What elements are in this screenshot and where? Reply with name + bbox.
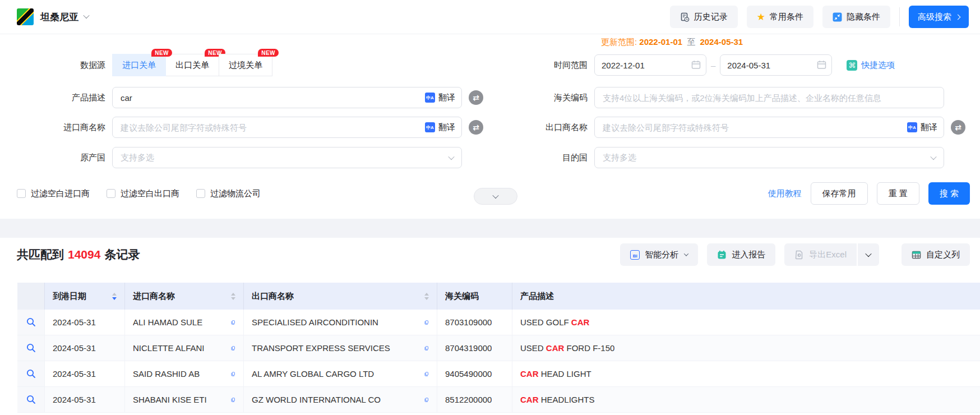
cell-importer: SHABANI KISE ETI bbox=[125, 387, 244, 412]
product-pre: USED GOLF bbox=[520, 317, 571, 327]
destination-country-select[interactable]: 支持多选 bbox=[594, 147, 944, 168]
translate-button[interactable]: 中A 翻译 bbox=[425, 117, 455, 138]
chevron-down-icon bbox=[865, 251, 871, 257]
cell-hs-code: 8703109000 bbox=[437, 310, 512, 335]
cell-importer: NICLETTE ALFANI bbox=[125, 335, 244, 361]
smart-analysis-button[interactable]: BI 智能分析 bbox=[620, 243, 698, 266]
copy-icon[interactable] bbox=[420, 318, 429, 327]
export-excel-button[interactable]: 导出Excel bbox=[784, 243, 857, 266]
copy-icon[interactable] bbox=[226, 370, 235, 379]
collapse-panel-button[interactable] bbox=[474, 188, 517, 205]
history-button[interactable]: 历史记录 bbox=[670, 6, 738, 28]
sort-desc-icon[interactable] bbox=[112, 297, 117, 300]
export-options-button[interactable] bbox=[858, 243, 879, 266]
origin-country-select[interactable]: 支持多选 bbox=[112, 147, 462, 168]
tutorial-link[interactable]: 使用教程 bbox=[768, 188, 802, 199]
search-button[interactable]: 搜 索 bbox=[928, 182, 970, 205]
export-excel-split-button: 导出Excel bbox=[784, 243, 879, 266]
copy-icon[interactable] bbox=[226, 344, 235, 353]
table-body: 2024-05-31ALI HAMAD SULESPECIALISED AIRC… bbox=[17, 310, 980, 413]
header-importer[interactable]: 进口商名称 bbox=[125, 283, 244, 310]
header-arrival-date[interactable]: 到港日期 bbox=[45, 283, 125, 310]
enter-report-button[interactable]: 进入报告 bbox=[707, 243, 775, 266]
swap-icon[interactable]: ⇄ bbox=[951, 120, 965, 135]
end-date-input[interactable] bbox=[720, 54, 832, 76]
translate-button[interactable]: 中A 翻译 bbox=[907, 117, 937, 138]
copy-icon[interactable] bbox=[420, 344, 429, 353]
chevron-down-icon bbox=[684, 251, 688, 256]
header-search-column bbox=[17, 283, 45, 310]
product-highlight: CAR bbox=[520, 369, 539, 379]
importer-label: 进口商名称 bbox=[0, 122, 112, 133]
row-search-button[interactable] bbox=[17, 361, 45, 386]
copy-icon[interactable] bbox=[420, 395, 429, 404]
translate-label: 翻译 bbox=[438, 122, 455, 133]
header-exporter[interactable]: 出口商名称 bbox=[244, 283, 437, 310]
copy-icon[interactable] bbox=[226, 395, 235, 404]
cell-product-desc: CAR HEAD LIGHT bbox=[512, 361, 980, 386]
start-date-input[interactable] bbox=[594, 54, 706, 76]
checkbox-filter-blank-importer[interactable]: 过滤空白进口商 bbox=[17, 188, 90, 199]
country-chevron-down-icon[interactable] bbox=[83, 12, 89, 19]
magnifier-icon bbox=[26, 394, 36, 405]
hide-conditions-button[interactable]: 隐藏条件 bbox=[822, 6, 890, 28]
cell-hs-code: 9405490000 bbox=[437, 361, 512, 386]
sort-asc-icon[interactable] bbox=[231, 293, 235, 296]
quick-options-button[interactable]: ⌘ 快捷选项 bbox=[847, 60, 895, 71]
sort-desc-icon[interactable] bbox=[231, 297, 235, 300]
exporter-input[interactable] bbox=[594, 117, 944, 138]
sort-icons[interactable] bbox=[419, 293, 429, 300]
sort-asc-icon[interactable] bbox=[424, 293, 429, 296]
calendar-icon bbox=[817, 60, 826, 70]
sort-asc-icon[interactable] bbox=[112, 293, 117, 296]
row-search-button[interactable] bbox=[17, 387, 45, 412]
copy-icon[interactable] bbox=[420, 370, 429, 379]
sort-desc-icon[interactable] bbox=[424, 297, 429, 300]
table-row: 2024-05-31NICLETTE ALFANITRANSPORT EXPRE… bbox=[17, 335, 980, 361]
divider bbox=[899, 7, 900, 26]
product-post: HEAD LIGHT bbox=[539, 369, 591, 379]
tab-export-declarations[interactable]: 出口关单 NEW bbox=[165, 54, 219, 76]
product-post: FORD F-150 bbox=[564, 343, 614, 353]
row-search-button[interactable] bbox=[17, 335, 45, 361]
tab-label: 过境关单 bbox=[229, 60, 262, 71]
report-icon bbox=[717, 250, 727, 260]
origin-placeholder: 支持多选 bbox=[121, 153, 154, 163]
advanced-search-button[interactable]: 高级搜索 bbox=[909, 6, 969, 28]
customize-columns-button[interactable]: 自定义列 bbox=[902, 243, 970, 266]
checkbox-icon[interactable] bbox=[17, 189, 26, 198]
product-post: HEADLIGHTS bbox=[539, 395, 595, 404]
importer-input[interactable] bbox=[112, 117, 462, 138]
advanced-search-label: 高级搜索 bbox=[918, 12, 951, 22]
destination-country-label: 目的国 bbox=[491, 153, 594, 163]
hs-code-label: 海关编码 bbox=[491, 93, 594, 103]
translate-button[interactable]: 中A 翻译 bbox=[425, 87, 455, 108]
cell-exporter: TRANSPORT EXPRESS SERVICES bbox=[244, 335, 437, 361]
favorite-button-label: 常用条件 bbox=[770, 12, 803, 22]
sort-icons[interactable] bbox=[107, 293, 117, 300]
checkbox-icon[interactable] bbox=[107, 189, 115, 198]
checkbox-icon[interactable] bbox=[196, 189, 205, 198]
row-search-button[interactable] bbox=[17, 310, 45, 335]
swap-icon[interactable]: ⇄ bbox=[469, 90, 483, 105]
checkbox-filter-blank-exporter[interactable]: 过滤空白出口商 bbox=[107, 188, 179, 199]
tab-transit-declarations[interactable]: 过境关单 NEW bbox=[219, 54, 272, 76]
save-favorite-button[interactable]: 保存常用 bbox=[811, 182, 868, 205]
favorite-conditions-button[interactable]: ★ 常用条件 bbox=[747, 6, 813, 28]
hs-code-input[interactable] bbox=[594, 87, 944, 108]
sort-icons[interactable] bbox=[225, 293, 235, 300]
copy-icon[interactable] bbox=[226, 318, 235, 327]
new-badge: NEW bbox=[151, 49, 172, 57]
origin-country-label: 原产国 bbox=[0, 153, 112, 163]
checkbox-filter-logistics[interactable]: 过滤物流公司 bbox=[196, 188, 261, 199]
update-range-word: 至 bbox=[687, 37, 695, 47]
swap-icon[interactable]: ⇄ bbox=[469, 120, 483, 135]
chevron-down-icon bbox=[492, 192, 498, 199]
tab-import-declarations[interactable]: 进口关单 NEW bbox=[112, 54, 166, 76]
reset-button[interactable]: 重 置 bbox=[877, 182, 919, 205]
save-favorite-label: 保存常用 bbox=[822, 188, 856, 199]
chevron-right-icon bbox=[955, 14, 961, 20]
quick-options-label: 快捷选项 bbox=[861, 60, 895, 71]
product-desc-input[interactable] bbox=[112, 87, 462, 108]
translate-label: 翻译 bbox=[438, 93, 455, 103]
